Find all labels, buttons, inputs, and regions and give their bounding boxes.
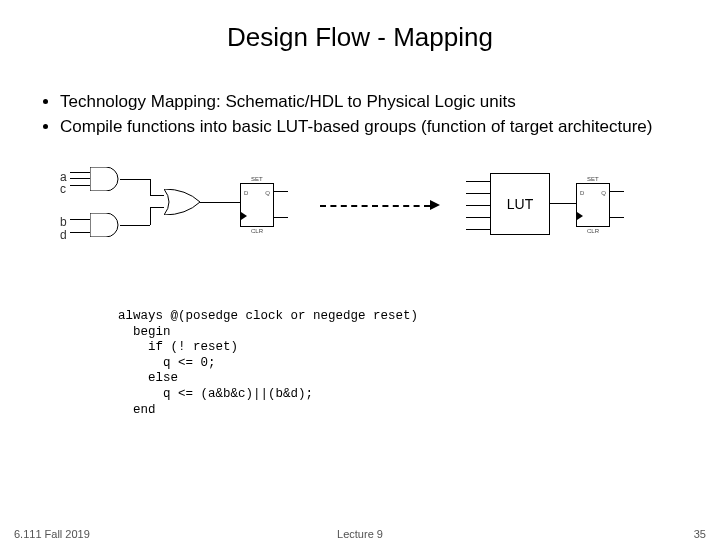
code-line: always @(posedge clock or negedge reset)	[118, 309, 418, 323]
signal-b: b	[60, 215, 67, 229]
ff-set-label: SET	[587, 176, 599, 182]
code-line: begin	[118, 325, 171, 339]
ff-d-label: D	[244, 190, 248, 196]
code-line: q <= 0;	[118, 356, 216, 370]
footer-page-number: 35	[694, 528, 706, 540]
ff-q-label: Q	[601, 190, 606, 196]
page-title: Design Flow - Mapping	[0, 0, 720, 53]
hdl-code-block: always @(posedge clock or negedge reset)…	[118, 309, 720, 418]
code-line: end	[118, 403, 156, 417]
schematic-diagram: a c b d D Q SET CLR LUT	[60, 167, 660, 287]
code-line: if (! reset)	[118, 340, 238, 354]
bullet-1: Technology Mapping: Schematic/HDL to Phy…	[60, 91, 720, 114]
ff-set-label: SET	[251, 176, 263, 182]
ff-clr-label: CLR	[587, 228, 599, 234]
bullet-2: Compile functions into basic LUT-based g…	[60, 116, 720, 139]
flipflop-left: D Q SET CLR	[240, 183, 274, 227]
code-line: else	[118, 371, 178, 385]
footer-lecture: Lecture 9	[337, 528, 383, 540]
signal-c: c	[60, 182, 66, 196]
ff-clr-label: CLR	[251, 228, 263, 234]
lut-label: LUT	[507, 196, 533, 212]
ff-q-label: Q	[265, 190, 270, 196]
ff-d-label: D	[580, 190, 584, 196]
lut-block: LUT	[490, 173, 550, 235]
bullet-list: Technology Mapping: Schematic/HDL to Phy…	[38, 91, 720, 139]
or-gate-icon	[164, 189, 204, 215]
flipflop-right: D Q SET CLR	[576, 183, 610, 227]
code-line: q <= (a&b&c)||(b&d);	[118, 387, 313, 401]
footer-course: 6.111 Fall 2019	[14, 528, 90, 540]
mapping-arrow	[320, 205, 430, 207]
signal-d: d	[60, 228, 67, 242]
arrow-head-icon	[430, 200, 440, 210]
